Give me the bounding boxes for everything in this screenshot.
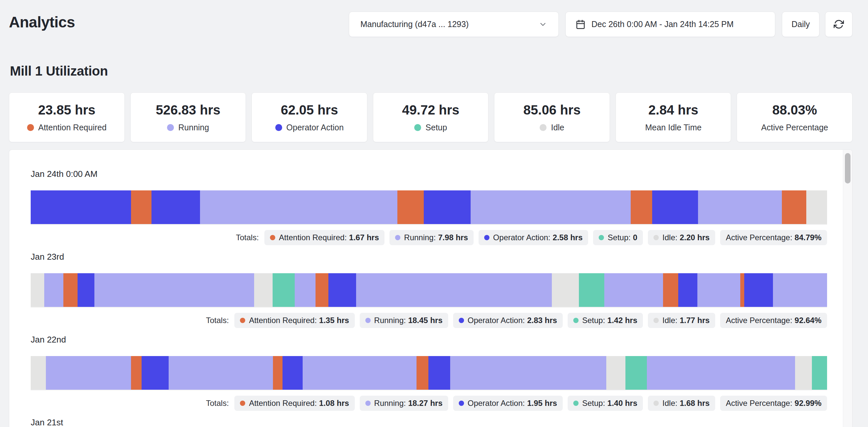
badge-value: 18.45 hrs bbox=[408, 316, 442, 325]
segment-operator[interactable] bbox=[678, 273, 698, 307]
badge-label: Running: bbox=[374, 399, 406, 408]
badge-value: 84.79% bbox=[795, 233, 822, 242]
segment-setup[interactable] bbox=[812, 356, 827, 390]
badge-label: Setup: bbox=[582, 399, 605, 408]
segment-running[interactable] bbox=[698, 190, 781, 224]
segment-running[interactable] bbox=[303, 356, 416, 390]
segment-operator[interactable] bbox=[142, 356, 169, 390]
total-badge: Running: 7.98 hrs bbox=[390, 230, 474, 245]
card-label-row: Active Percentage bbox=[761, 123, 828, 132]
segment-idle[interactable] bbox=[806, 190, 827, 224]
segment-idle[interactable] bbox=[254, 273, 272, 307]
total-badge: Setup: 1.40 hrs bbox=[568, 396, 643, 411]
idle-dot bbox=[653, 401, 659, 406]
segment-running[interactable] bbox=[647, 356, 795, 390]
segment-attention[interactable] bbox=[782, 190, 807, 224]
total-badge: Running: 18.45 hrs bbox=[360, 313, 448, 328]
segment-idle[interactable] bbox=[31, 356, 46, 390]
setup-dot bbox=[414, 124, 421, 131]
panel-scrollbar[interactable] bbox=[843, 150, 852, 427]
date-range-value: Dec 26th 0:00 AM - Jan 24th 14:25 PM bbox=[591, 20, 734, 29]
segment-operator[interactable] bbox=[428, 356, 450, 390]
refresh-icon bbox=[834, 19, 844, 29]
totals-row: Totals:Attention Required: 1.08 hrsRunni… bbox=[31, 396, 827, 411]
segment-running[interactable] bbox=[94, 273, 254, 307]
segment-attention[interactable] bbox=[131, 190, 152, 224]
badge-label: Running: bbox=[404, 233, 436, 242]
card-label: Operator Action bbox=[286, 123, 344, 132]
segment-operator[interactable] bbox=[424, 190, 471, 224]
refresh-button[interactable] bbox=[825, 11, 852, 37]
segment-running[interactable] bbox=[46, 356, 131, 390]
badge-value: 1.67 hrs bbox=[349, 233, 379, 242]
segment-operator[interactable] bbox=[78, 273, 94, 307]
segment-operator[interactable] bbox=[31, 190, 131, 224]
badge-value: 1.40 hrs bbox=[607, 399, 637, 408]
badge-label: Attention Required: bbox=[249, 399, 316, 408]
badge-value: 92.99% bbox=[795, 399, 822, 408]
attention-dot bbox=[27, 124, 34, 131]
segment-idle[interactable] bbox=[552, 273, 579, 307]
segment-attention[interactable] bbox=[416, 356, 428, 390]
totals-label: Totals: bbox=[206, 399, 229, 408]
card-value: 85.06 hrs bbox=[523, 103, 581, 118]
idle-dot bbox=[539, 124, 547, 131]
badge-label: Attention Required: bbox=[279, 233, 346, 242]
badge-value: 0 bbox=[633, 233, 637, 242]
scrollbar-thumb[interactable] bbox=[845, 153, 850, 183]
total-badge: Setup: 0 bbox=[593, 230, 643, 245]
segment-attention[interactable] bbox=[63, 273, 78, 307]
machine-select[interactable]: Manufacturing (d47a ... 1293) bbox=[349, 11, 559, 37]
chevron-down-icon bbox=[538, 20, 547, 29]
segment-attention[interactable] bbox=[397, 190, 424, 224]
segment-running[interactable] bbox=[773, 273, 827, 307]
card-label-row: Attention Required bbox=[27, 123, 106, 132]
segment-attention[interactable] bbox=[131, 356, 141, 390]
total-badge: Active Percentage: 92.99% bbox=[720, 396, 827, 411]
badge-value: 92.64% bbox=[795, 316, 822, 325]
timeline-rows: Jan 24th 0:00 AMTotals:Attention Require… bbox=[31, 150, 827, 427]
segment-running[interactable] bbox=[471, 190, 631, 224]
segment-operator[interactable] bbox=[282, 356, 302, 390]
segment-operator[interactable] bbox=[329, 273, 356, 307]
segment-running[interactable] bbox=[44, 273, 63, 307]
segment-running[interactable] bbox=[698, 273, 740, 307]
total-badge: Attention Required: 1.08 hrs bbox=[234, 396, 354, 411]
badge-value: 1.08 hrs bbox=[319, 399, 349, 408]
calendar-icon bbox=[576, 20, 586, 29]
segment-setup[interactable] bbox=[625, 356, 647, 390]
badge-label: Active Percentage: bbox=[726, 316, 792, 325]
segment-operator[interactable] bbox=[152, 190, 200, 224]
segment-operator[interactable] bbox=[652, 190, 699, 224]
badge-label: Running: bbox=[374, 316, 406, 325]
card-value: 49.72 hrs bbox=[402, 103, 459, 118]
card-label: Mean Idle Time bbox=[645, 123, 702, 132]
segment-attention[interactable] bbox=[631, 190, 652, 224]
segment-running[interactable] bbox=[295, 273, 315, 307]
segment-running[interactable] bbox=[356, 273, 552, 307]
segment-attention[interactable] bbox=[315, 273, 329, 307]
row-date-label: Jan 21st bbox=[31, 417, 827, 427]
segment-idle[interactable] bbox=[31, 273, 44, 307]
row-date-label: Jan 23rd bbox=[31, 251, 827, 263]
segment-running[interactable] bbox=[200, 190, 397, 224]
segment-setup[interactable] bbox=[579, 273, 604, 307]
row-date-label: Jan 22nd bbox=[31, 334, 827, 345]
badge-label: Operator Action: bbox=[468, 316, 525, 325]
segment-attention[interactable] bbox=[740, 273, 744, 307]
segment-attention[interactable] bbox=[663, 273, 678, 307]
page-title: Analytics bbox=[9, 13, 75, 31]
date-range-picker[interactable]: Dec 26th 0:00 AM - Jan 24th 14:25 PM bbox=[565, 11, 775, 37]
daily-button[interactable]: Daily bbox=[782, 11, 819, 37]
total-badge: Idle: 2.20 hrs bbox=[648, 230, 715, 245]
segment-running[interactable] bbox=[450, 356, 606, 390]
segment-running[interactable] bbox=[604, 273, 663, 307]
segment-idle[interactable] bbox=[795, 356, 812, 390]
segment-running[interactable] bbox=[169, 356, 273, 390]
timeline-bar bbox=[31, 273, 827, 308]
summary-card-2: 62.05 hrsOperator Action bbox=[251, 92, 367, 142]
segment-attention[interactable] bbox=[273, 356, 282, 390]
segment-operator[interactable] bbox=[744, 273, 773, 307]
segment-idle[interactable] bbox=[606, 356, 625, 390]
segment-setup[interactable] bbox=[273, 273, 295, 307]
